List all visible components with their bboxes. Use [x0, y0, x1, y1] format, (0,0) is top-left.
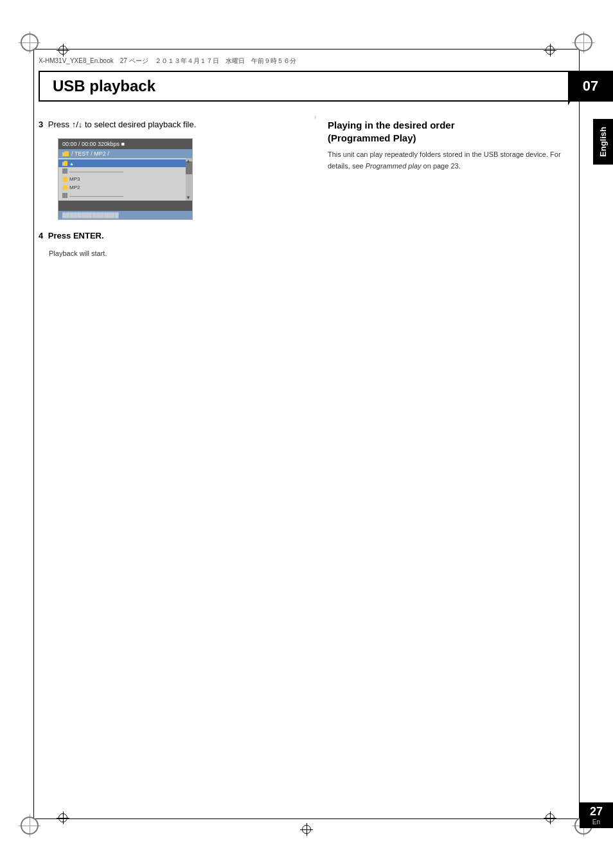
- item-text-2: MP3: [69, 176, 80, 182]
- step-4-title: Press ENTER.: [48, 231, 104, 240]
- item-icon-2: [62, 177, 67, 182]
- file-info-text: X-HM31V_YXE8_En.book 27 ページ ２０１３年４月１７日 水…: [39, 57, 296, 66]
- programmed-play-link: Programmed play: [366, 162, 422, 170]
- screen-file-list: ▲ ———————————— MP3 MP2: [58, 158, 192, 201]
- step-3-text: Press ↑/↓ to select desired playback fil…: [48, 120, 197, 129]
- screen-top-bar-text: 00:00 / 00:00 320kbps ■: [62, 141, 125, 147]
- screen-item-3: MP2: [58, 183, 186, 192]
- screen-mockup: 00:00 / 00:00 320kbps ■ / TEST / MP2 / ▲…: [58, 138, 193, 220]
- screen-item-0: ▲: [58, 159, 186, 167]
- left-column: 3 Press ↑/↓ to select desired playback f…: [39, 119, 315, 257]
- programmed-play-title: Playing in the desired order(Programmed …: [328, 119, 562, 144]
- inner-reg-mark-top-left: [57, 44, 69, 57]
- folder-icon: [62, 151, 69, 156]
- reg-mark-bottom-left: [19, 815, 40, 836]
- screen-path-text: / TEST / MP2 /: [71, 150, 109, 157]
- screen-item-4: ————————————: [58, 192, 186, 199]
- right-column: Playing in the desired order(Programmed …: [328, 119, 562, 172]
- screen-bottom-path: ▓▓▓▓▓▓▓▓▓▓▓▓▓▓▓: [58, 211, 192, 219]
- item-icon-0: [62, 161, 67, 166]
- page-number: 27: [590, 805, 603, 818]
- item-text-3: MP2: [69, 185, 80, 190]
- screen-top-bar: 00:00 / 00:00 320kbps ■: [58, 139, 192, 149]
- step-4: 4 Press ENTER. Playback will start.: [39, 230, 315, 257]
- item-text-1: ————————————: [69, 169, 123, 174]
- step-3-instruction: 3 Press ↑/↓ to select desired playback f…: [39, 119, 315, 131]
- step-4-subtitle: Playback will start.: [49, 249, 315, 257]
- inner-reg-mark-bottom-right: [544, 811, 556, 824]
- page-title: USB playback: [53, 77, 155, 95]
- item-text-0: ▲: [69, 161, 74, 166]
- screen-bottom-path-text: ▓▓▓▓▓▓▓▓▓▓▓▓▓▓▓: [62, 212, 118, 218]
- scroll-bar: ▲ ▼: [186, 158, 192, 201]
- inner-reg-mark-bottom-left: [57, 811, 69, 824]
- file-info-bar: X-HM31V_YXE8_En.book 27 ページ ２０１３年４月１７日 水…: [39, 57, 574, 66]
- reg-mark-top-left: [19, 32, 40, 53]
- screen-item-1: ————————————: [58, 167, 186, 175]
- screen-item-2: MP3: [58, 175, 186, 183]
- item-icon-1: [62, 168, 67, 174]
- screen-path-bar: / TEST / MP2 /: [58, 149, 192, 158]
- programmed-play-body: This unit can play repeatedly folders st…: [328, 149, 562, 172]
- title-box: USB playback: [39, 71, 568, 102]
- item-icon-4: [62, 193, 67, 198]
- page-number-box: 27 En: [580, 802, 613, 828]
- item-text-4: ————————————: [69, 194, 123, 198]
- scroll-down-arrow: ▼: [186, 195, 191, 201]
- step-3-number: 3: [39, 120, 43, 129]
- inner-reg-mark-top-right: [544, 44, 556, 57]
- reg-mark-top-right: [573, 32, 594, 53]
- language-tab: English: [593, 119, 613, 165]
- section-divider: [315, 116, 315, 119]
- screen-bottom-bar: [58, 201, 192, 211]
- header: USB playback 07: [39, 71, 613, 102]
- programmed-play-title-text: Playing in the desired order(Programmed …: [328, 120, 455, 143]
- page-sub: En: [592, 818, 600, 826]
- step-4-number: 4: [39, 231, 43, 240]
- reg-mark-bottom-center: [300, 823, 313, 836]
- item-icon-3: [62, 185, 67, 190]
- scroll-up-arrow: ▲: [186, 158, 191, 164]
- step-4-title-line: 4 Press ENTER.: [39, 230, 315, 242]
